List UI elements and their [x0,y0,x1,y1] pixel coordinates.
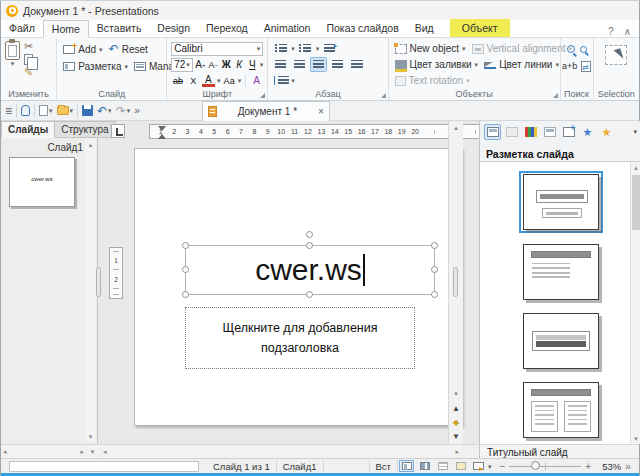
zoom-in-button[interactable]: + [585,461,591,472]
superscript-button[interactable]: Х [187,73,200,88]
subtitle-placeholder[interactable]: Щелкните для добавления подзаголовка [185,307,415,369]
handle-top-left[interactable] [182,242,189,249]
tab-Вставить[interactable]: Вставить [89,19,150,37]
scroll-left-icon[interactable]: ◂ [3,448,7,456]
new-object-button[interactable]: New object▾ [393,41,468,56]
paragraph-dialog-launcher-icon[interactable] [381,93,386,98]
cut-icon[interactable]: ✂ [24,41,33,52]
sidebar-tool-object-animation[interactable]: ★ [579,124,596,140]
align-right-button[interactable] [329,57,346,72]
sidebar-tool-slide-animation[interactable]: ★ [598,124,615,140]
slide-thumbnail[interactable]: cwer.ws [9,157,75,207]
scroll-right-icon[interactable]: ▸ [455,448,459,456]
sidebar-tool-layout[interactable] [484,124,501,140]
replace-button[interactable]: a+b [562,61,577,71]
new-document-icon[interactable] [39,105,48,116]
scroll-down-icon[interactable]: ▾ [631,433,640,444]
qat-overflow-icon[interactable]: » [134,105,140,116]
scroll-up-icon[interactable]: ▴ [449,121,463,134]
add-slide-button[interactable]: Add▾ [61,42,104,57]
previous-slide-button[interactable]: ▲ [450,402,462,415]
slides-panel-scrollbar[interactable]: ▴ ▾ [85,139,96,442]
vertical-alignment-button[interactable]: Vertical alignment▾ [470,41,574,56]
font-name-combo[interactable]: Calibri▾ [171,42,263,56]
canvas-vertical-scrollbar[interactable]: ▴ ▾ ▲ ◆ ▼ [448,121,463,444]
title-textbox[interactable]: cwer.ws [185,245,435,295]
search-icon[interactable] [567,45,575,53]
menu-icon[interactable]: ≡ [5,105,12,117]
right-splitter-handle[interactable] [453,267,458,297]
increase-indent-button[interactable] [321,41,338,56]
tab-slides[interactable]: Слайды [1,121,55,138]
slideshow-dropdown-icon[interactable]: ▾ [488,463,492,470]
tab-Файл[interactable]: Файл [1,19,43,37]
layout-list-scrollbar[interactable]: ▴ ▾ [630,162,640,444]
underline-dropdown-icon[interactable]: ▾ [260,61,264,68]
view-normal-button[interactable] [399,460,414,472]
objects-dialog-launcher-icon[interactable] [553,93,558,98]
zoom-level[interactable]: 53% [595,461,621,472]
reset-formatting-button[interactable]: А [250,73,263,88]
tab-Home[interactable]: Home [43,20,89,38]
layout-thumb-centered-title[interactable] [519,311,603,371]
vertical-ruler[interactable]: 12 [109,247,123,299]
slide[interactable]: cwer.ws Щелкните для добавления подзагол… [134,148,462,426]
tab-Animation[interactable]: Animation [256,19,319,37]
layout-thumb-title[interactable] [519,171,603,233]
selection-mode-icon[interactable] [605,45,627,65]
zoom-out-button[interactable]: − [499,461,505,472]
tab-Переход[interactable]: Переход [198,19,256,37]
tab-Design[interactable]: Design [149,19,198,37]
scroll-up-icon[interactable]: ▴ [631,162,640,173]
tab-Вид[interactable]: Вид [407,19,442,37]
open-file-dropdown-icon[interactable]: ▾ [70,107,74,114]
new-document-dropdown-icon[interactable]: ▾ [49,107,53,114]
sidebar-tool-color-scheme[interactable] [522,124,539,140]
fill-color-button[interactable]: Цвет заливки▾ [393,57,481,72]
numbered-list-button[interactable] [297,41,314,56]
help-icon[interactable]: ? [608,26,614,37]
slide-layout-button[interactable]: Разметка▾ [61,59,130,74]
next-slide-button[interactable]: ▼ [450,430,462,443]
paste-button[interactable]: ▾ [5,41,20,67]
view-notes-button[interactable] [453,460,468,472]
go-to-icon[interactable] [581,61,591,72]
line-color-button[interactable]: Цвет линии▾ [482,57,561,72]
document-tab[interactable]: Документ 1 * × [202,101,330,121]
open-file-icon[interactable] [57,106,69,115]
italic-button[interactable]: К [234,57,245,72]
rotation-handle[interactable] [306,231,313,238]
zoom-slider-thumb[interactable] [531,461,540,470]
sidebar-tool-transition[interactable] [560,124,577,140]
bold-button[interactable]: Ж [221,57,232,72]
decrease-indent-button[interactable] [272,57,289,72]
handle-mid-left[interactable] [182,266,189,273]
paste-dropdown-icon[interactable]: ▾ [11,60,15,67]
view-slide-sorter-button[interactable] [417,460,432,472]
handle-top-right[interactable] [431,242,438,249]
slides-panel-scroll-down[interactable]: ▾ [86,445,99,458]
layout-thumb-two-content[interactable] [519,380,603,440]
handle-mid-right[interactable] [431,266,438,273]
tab-stop-selector[interactable] [111,124,125,138]
insert-mode-toggle[interactable]: Вст [370,460,398,472]
copy-icon[interactable] [24,54,33,65]
scroll-up-icon[interactable]: ▴ [85,139,96,150]
slides-panel-hscrollbar[interactable]: ◂ ▸ [1,445,86,458]
status-slide-name[interactable]: Слайд1 [277,460,324,472]
indent-marker-icon[interactable] [158,126,167,139]
handle-bottom-left[interactable] [182,291,189,298]
view-outline-button[interactable] [435,460,450,472]
start-slideshow-button[interactable] [471,460,486,472]
grow-font-button[interactable]: A+ [195,57,206,72]
reset-slide-button[interactable]: ↶Reset [107,42,150,57]
scroll-left-icon[interactable]: ◂ [103,448,107,456]
change-case-dropdown-icon[interactable]: ▾ [238,77,242,84]
undo-icon[interactable]: ↶ [97,105,107,117]
touch-mode-icon[interactable] [21,105,30,116]
handle-top-center[interactable] [306,242,313,249]
bullet-list-dropdown-icon[interactable]: ▾ [291,45,295,52]
handle-bottom-right[interactable] [431,291,438,298]
collapse-ribbon-icon[interactable]: ∧ [624,26,631,37]
status-slide-position[interactable]: Слайд 1 из 1 [207,460,277,472]
